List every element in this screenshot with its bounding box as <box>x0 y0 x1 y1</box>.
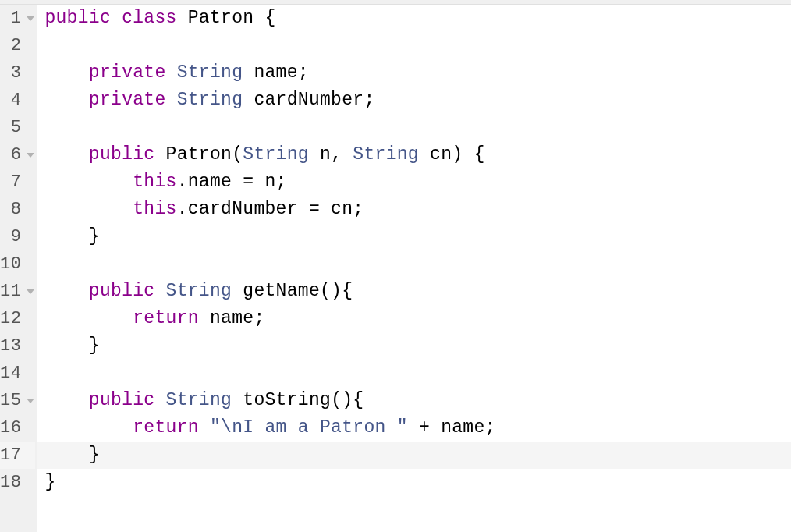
code-token: public <box>89 390 155 410</box>
code-token <box>44 172 133 192</box>
fold-arrow-icon[interactable] <box>27 16 34 21</box>
code-token <box>154 281 165 301</box>
code-token: Patron <box>188 8 254 28</box>
code-line[interactable]: } <box>37 469 791 496</box>
code-token: String <box>177 90 243 110</box>
line-number[interactable]: 7 <box>0 168 35 196</box>
line-number[interactable]: 16 <box>0 414 35 442</box>
code-editor: 123456789101112131415161718 public class… <box>0 0 791 532</box>
code-token: n <box>265 172 276 192</box>
code-line[interactable] <box>37 32 791 59</box>
code-token: public <box>44 8 111 28</box>
code-token: this <box>133 172 176 192</box>
line-number[interactable]: 10 <box>0 250 35 278</box>
code-token: ; <box>298 62 309 83</box>
line-number[interactable]: 6 <box>0 141 35 168</box>
code-line[interactable]: } <box>37 223 791 250</box>
code-token <box>177 8 188 28</box>
line-number-text: 1 <box>11 9 22 28</box>
code-token <box>199 308 210 328</box>
line-number-text: 3 <box>11 63 22 83</box>
fold-arrow-icon[interactable] <box>27 289 34 294</box>
line-number[interactable]: 3 <box>0 59 35 87</box>
code-token: { <box>353 390 364 410</box>
code-token: ; <box>254 308 264 328</box>
line-number-text: 7 <box>11 172 22 192</box>
code-line[interactable]: private String name; <box>37 59 791 87</box>
code-line[interactable]: public class Patron { <box>37 5 791 32</box>
code-token: = <box>298 199 331 219</box>
fold-arrow-icon[interactable] <box>27 153 34 158</box>
code-line[interactable] <box>37 114 791 141</box>
line-number-gutter: 123456789101112131415161718 <box>0 5 37 532</box>
code-token: ( <box>232 144 243 165</box>
code-token <box>419 144 430 165</box>
line-number[interactable]: 11 <box>0 278 35 305</box>
line-number[interactable]: 14 <box>0 360 35 387</box>
line-number-text: 9 <box>11 227 22 246</box>
code-token <box>44 226 88 246</box>
code-token <box>44 62 88 83</box>
code-token: = <box>232 172 264 192</box>
code-token: String <box>166 281 232 301</box>
code-line[interactable]: this.name = n; <box>37 168 791 196</box>
code-token: String <box>353 144 419 165</box>
code-token <box>154 390 165 410</box>
code-token: String <box>166 390 232 410</box>
code-token <box>44 390 88 410</box>
code-token: Patron <box>166 144 232 165</box>
code-text-area[interactable]: public class Patron { private String nam… <box>37 5 791 532</box>
code-token: ; <box>353 199 364 219</box>
line-number[interactable]: 5 <box>0 114 35 141</box>
line-number-text: 4 <box>11 90 22 110</box>
code-line[interactable]: public Patron(String n, String cn) { <box>37 141 791 168</box>
code-line[interactable] <box>37 360 791 387</box>
line-number[interactable]: 4 <box>0 87 35 114</box>
code-line[interactable]: public String toString(){ <box>37 387 791 414</box>
code-token <box>199 417 210 438</box>
line-number[interactable]: 8 <box>0 196 35 223</box>
line-number[interactable]: 18 <box>0 469 35 496</box>
code-line[interactable]: this.cardNumber = cn; <box>37 196 791 223</box>
line-number-text: 16 <box>0 418 21 438</box>
code-token: public <box>89 144 155 165</box>
code-token <box>44 335 88 356</box>
code-line[interactable]: private String cardNumber; <box>37 87 791 114</box>
code-token: toString <box>243 390 331 410</box>
editor-top-border <box>0 0 791 5</box>
code-token: cardNumber <box>254 90 364 110</box>
code-line[interactable]: } <box>37 442 791 469</box>
code-line[interactable]: public String getName(){ <box>37 278 791 305</box>
line-number-text: 10 <box>0 254 21 274</box>
line-number[interactable]: 9 <box>0 223 35 250</box>
code-token: cn <box>331 199 353 219</box>
line-number[interactable]: 15 <box>0 387 35 414</box>
code-token: "\nI am a Patron " <box>210 417 408 438</box>
line-number[interactable]: 2 <box>0 32 35 59</box>
code-line[interactable] <box>37 250 791 278</box>
code-line[interactable]: } <box>37 332 791 360</box>
code-token: } <box>89 445 100 465</box>
code-token: + <box>408 417 441 438</box>
code-line[interactable]: return name; <box>37 305 791 332</box>
line-number[interactable]: 13 <box>0 332 35 360</box>
line-number[interactable]: 1 <box>0 5 35 32</box>
code-token: this <box>133 199 176 219</box>
line-number-text: 13 <box>0 336 21 356</box>
line-number-text: 2 <box>11 36 22 55</box>
line-number[interactable]: 12 <box>0 305 35 332</box>
code-token: . <box>177 172 188 192</box>
code-token <box>44 445 88 465</box>
code-token <box>44 417 133 438</box>
code-token: ; <box>485 417 496 438</box>
line-number[interactable]: 17 <box>0 442 35 469</box>
code-token: cn <box>430 144 452 165</box>
code-token <box>44 308 133 328</box>
code-line[interactable]: return "\nI am a Patron " + name; <box>37 414 791 442</box>
code-token: ; <box>276 172 287 192</box>
code-token <box>232 281 243 301</box>
code-token: } <box>89 226 100 246</box>
code-token: private <box>89 62 166 83</box>
fold-arrow-icon[interactable] <box>27 399 34 403</box>
code-token: private <box>89 90 166 110</box>
